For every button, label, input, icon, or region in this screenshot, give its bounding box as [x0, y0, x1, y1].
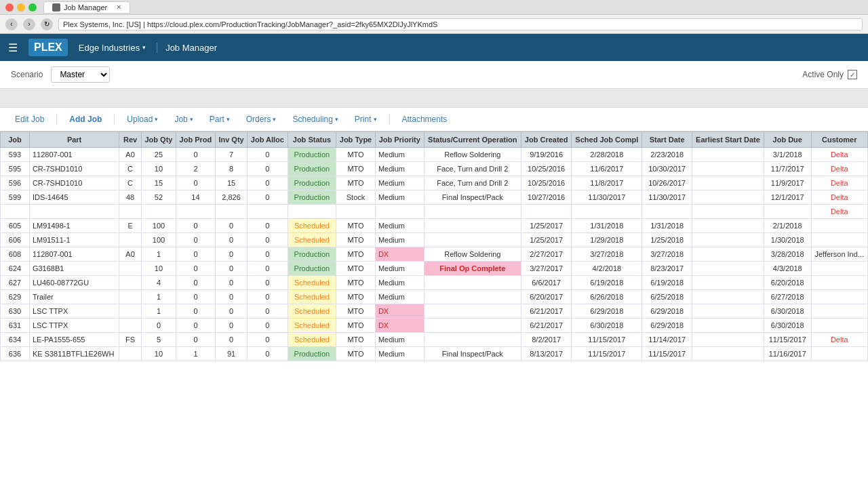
scheduling-button[interactable]: Scheduling ▾ — [285, 112, 344, 127]
table-row[interactable]: 599IDS-146454852142,8260ProductionStockM… — [1, 190, 868, 205]
scenario-bar: Scenario Master Active Only — [0, 61, 868, 89]
table-row[interactable]: 634LE-PA1555-655FS5000ScheduledMTOMedium… — [1, 333, 868, 347]
table-cell — [248, 205, 288, 219]
table-cell: 0 — [176, 247, 215, 262]
separator — [114, 114, 115, 125]
table-cell: LM91498-1 — [29, 219, 119, 233]
header-due[interactable]: Job Due — [764, 132, 812, 148]
table-cell: 6/20/2017 — [521, 290, 572, 304]
table-cell: IDS-14645 — [29, 190, 119, 205]
header-customer[interactable]: Customer — [811, 132, 868, 148]
table-cell: 6/29/2018 — [572, 304, 642, 319]
table-row[interactable]: 606LM91511-1100000ScheduledMTOMedium1/25… — [1, 233, 868, 247]
table-cell: 11/15/2017 — [572, 333, 642, 347]
table-cell: 599 — [1, 190, 30, 205]
back-button[interactable]: ‹ — [5, 18, 18, 30]
table-cell: 25 — [141, 148, 176, 162]
table-cell — [424, 290, 521, 304]
table-cell: Scheduled — [288, 233, 336, 247]
table-cell — [692, 347, 764, 361]
header-part[interactable]: Part — [29, 132, 119, 148]
header-job[interactable]: Job — [1, 132, 30, 148]
minimize-button[interactable] — [17, 3, 25, 12]
table-cell: 3/27/2018 — [572, 247, 642, 262]
table-cell — [424, 319, 521, 333]
header-rev[interactable]: Rev — [119, 132, 142, 148]
table-cell: 1/31/2018 — [642, 219, 692, 233]
header-job-qty[interactable]: Job Qty — [141, 132, 176, 148]
toolbar: Edit Job Add Job Upload ▾ Job ▾ Part ▾ O… — [0, 108, 868, 131]
active-only-checkbox[interactable] — [848, 70, 857, 79]
header-inv-qty[interactable]: Inv Qty — [215, 132, 247, 148]
browser-tab[interactable]: Job Manager ✕ — [43, 1, 130, 14]
header-compl[interactable]: Sched Job Compl — [572, 132, 642, 148]
table-row[interactable]: 608112807-001A01000ProductionMTODXReflow… — [1, 247, 868, 262]
table-cell: 1 — [176, 347, 215, 361]
print-button[interactable]: Print ▾ — [348, 112, 384, 127]
table-cell: 5 — [141, 333, 176, 347]
table-cell — [424, 304, 521, 319]
table-row[interactable]: 595CR-7SHD1010C10280ProductionMTOMediumF… — [1, 162, 868, 176]
header-earliest[interactable]: Earliest Start Date — [692, 132, 764, 148]
module-title: Job Manager — [157, 43, 217, 53]
table-cell: 593 — [1, 148, 30, 162]
table-cell: 48 — [119, 190, 142, 205]
forward-button[interactable]: › — [23, 18, 35, 30]
table-cell: Stock — [336, 190, 376, 205]
orders-button[interactable]: Orders ▾ — [239, 112, 283, 127]
table-row[interactable]: 624G3168B110000ProductionMTOMediumFinal … — [1, 262, 868, 276]
table-row[interactable]: 596CR-7SHD1010C150150ProductionMTOMedium… — [1, 176, 868, 190]
table-row[interactable]: 629Trailer1000ScheduledMTOMedium6/20/201… — [1, 290, 868, 304]
table-cell: Production — [288, 176, 336, 190]
edit-job-button[interactable]: Edit Job — [8, 112, 51, 127]
job-button[interactable]: Job ▾ — [167, 112, 199, 127]
header-job-alloc[interactable]: Job Alloc — [248, 132, 288, 148]
table-cell: C — [119, 176, 142, 190]
add-job-button[interactable]: Add Job — [62, 112, 108, 127]
header-job-status[interactable]: Job Status — [288, 132, 336, 148]
table-row[interactable]: 636KE S3811BTFL1E26WH101910ProductionMTO… — [1, 347, 868, 361]
header-created[interactable]: Job Created — [521, 132, 572, 148]
table-row[interactable]: 630LSC TTPX1000ScheduledMTODX6/21/20176/… — [1, 304, 868, 319]
table-row[interactable]: 631LSC TTPX0000ScheduledMTODX6/21/20176/… — [1, 319, 868, 333]
table-cell: 605 — [1, 219, 30, 233]
table-row[interactable]: 627LU460-08772GU4000ScheduledMTOMedium6/… — [1, 276, 868, 290]
header-start[interactable]: Start Date — [642, 132, 692, 148]
table-cell: MTO — [336, 304, 376, 319]
header-operation[interactable]: Status/Current Operation — [424, 132, 521, 148]
table-cell: 1 — [141, 247, 176, 262]
table-row[interactable]: 593112807-001A025070ProductionMTOMediumR… — [1, 148, 868, 162]
header-job-prod[interactable]: Job Prod — [176, 132, 215, 148]
table-cell — [692, 190, 764, 205]
table-cell: FS — [119, 333, 142, 347]
maximize-button[interactable] — [28, 3, 37, 12]
table-cell: 10/26/2017 — [642, 176, 692, 190]
table-cell: Production — [288, 347, 336, 361]
company-dropdown-icon[interactable]: ▾ — [142, 44, 146, 51]
upload-button[interactable]: Upload ▾ — [120, 112, 165, 127]
tab-close-icon[interactable]: ✕ — [116, 3, 121, 11]
table-cell — [811, 262, 868, 276]
plex-logo: PLEX — [28, 39, 68, 56]
refresh-button[interactable]: ↻ — [41, 18, 53, 30]
part-button[interactable]: Part ▾ — [203, 112, 237, 127]
hamburger-menu-icon[interactable]: ☰ — [8, 41, 18, 54]
table-row[interactable]: Delta — [1, 205, 868, 219]
upload-dropdown-icon: ▾ — [155, 116, 158, 123]
header-job-type[interactable]: Job Type — [336, 132, 376, 148]
table-cell: MTO — [336, 290, 376, 304]
table-cell: 0 — [248, 304, 288, 319]
table-cell: 0 — [248, 176, 288, 190]
table-cell: Production — [288, 148, 336, 162]
separator — [56, 114, 57, 125]
table-cell: MTO — [336, 347, 376, 361]
url-bar[interactable]: Plex Systems, Inc. [US] | https://cloud.… — [58, 18, 863, 30]
table-cell: Jefferson Ind... — [811, 247, 868, 262]
scenario-select[interactable]: Master — [51, 66, 110, 83]
attachments-button[interactable]: Attachments — [395, 112, 454, 127]
header-job-priority[interactable]: Job Priority — [375, 132, 424, 148]
table-row[interactable]: 605LM91498-1E100000ScheduledMTOMedium1/2… — [1, 219, 868, 233]
table-cell: 1/31/2018 — [572, 219, 642, 233]
table-cell: 1/30/2018 — [764, 233, 812, 247]
close-button[interactable] — [5, 3, 14, 12]
